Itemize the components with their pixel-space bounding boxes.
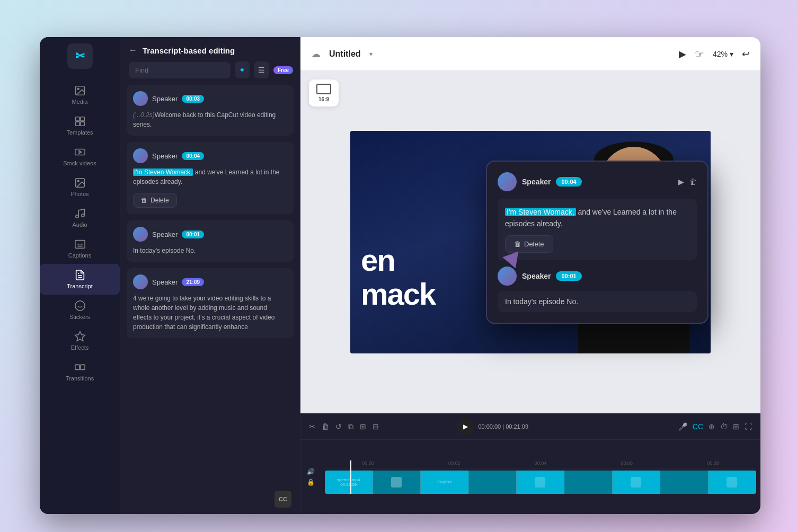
title-dropdown-chevron[interactable]: ▾ (369, 50, 373, 58)
sidebar-item-templates[interactable]: Templates (40, 110, 120, 141)
top-bar: ☁ Untitled ▾ ▶ ☞ 42% ▾ ↩ (300, 37, 760, 71)
svg-rect-3 (80, 117, 84, 121)
back-button[interactable]: ← (129, 46, 137, 55)
aspect-ratio-icon (316, 84, 331, 94)
timeline-copy-icon[interactable]: ⧉ (348, 422, 353, 431)
timer-icon[interactable]: ⏱ (720, 422, 728, 431)
timeline-time-display: 00:00:00 | 00:21:09 (478, 423, 528, 430)
speaker-avatar-3 (133, 227, 148, 242)
svg-rect-5 (80, 122, 84, 126)
popup-segment-2: Speaker 00:01 In today's episode No. (498, 267, 697, 312)
timeline-group-icon[interactable]: ⊟ (373, 422, 379, 431)
thumb-cell-8 (660, 471, 708, 494)
popup-time-badge-1: 00:04 (556, 177, 581, 187)
timeline-split-icon[interactable]: ⊞ (360, 422, 366, 431)
popup-trash-button[interactable]: 🗑 (689, 178, 697, 186)
popup-play-button[interactable]: ▶ (678, 178, 684, 186)
sidebar-item-stickers[interactable]: Stickers (40, 295, 120, 325)
segment-text-2: I'm Steven Womack, and we've Learned a l… (133, 167, 287, 187)
segment-text-1: (...0.2s)Welcome back to this CapCut vid… (133, 110, 287, 129)
sidebar-item-effects[interactable]: Effects (40, 325, 120, 356)
transcript-segment-4: Speaker 21:09 4 we're going to take your… (127, 268, 294, 338)
sidebar: ✂ Media Templates Stock videos Photos Au… (40, 37, 120, 514)
video-text-line1: en (361, 243, 435, 277)
svg-rect-4 (75, 122, 79, 126)
highlighted-text-2[interactable]: I'm Steven Womack, (133, 169, 193, 176)
search-input[interactable] (129, 62, 231, 78)
popup-time-badge-2: 00:01 (556, 271, 581, 281)
thumb-cell-7 (613, 471, 660, 494)
cursor-mode-button[interactable]: ☞ (695, 48, 704, 60)
video-track: speech.mp400:21:09 CapCut (325, 471, 756, 494)
thumb-cell-5 (517, 471, 564, 494)
top-bar-controls: ▶ ☞ 42% ▾ ↩ (679, 48, 750, 60)
popup-speaker-name-2: Speaker (522, 272, 551, 280)
transcript-segment-2: Speaker 00:04 I'm Steven Womack, and we'… (127, 142, 294, 214)
volume-icon[interactable]: 🔊 (307, 468, 318, 475)
svg-marker-17 (75, 332, 84, 341)
popup-highlighted-text[interactable]: I'm Steven Womack, (505, 208, 576, 216)
timeline-right-controls: 🎤 CC ⊕ ⏱ ⊞ ⛶ (678, 422, 752, 431)
free-badge: Free (273, 66, 293, 74)
zoom-control[interactable]: 42% ▾ (713, 50, 733, 58)
sidebar-item-media[interactable]: Media (40, 79, 120, 110)
sidebar-item-transitions[interactable]: Transitions (40, 356, 120, 387)
svg-point-8 (77, 180, 79, 182)
thumb-cell-2 (373, 471, 420, 494)
split-icon[interactable]: ⊞ (733, 422, 739, 431)
magic-button[interactable]: ✦ (235, 61, 250, 78)
speaker-name-3: Speaker (152, 230, 178, 238)
speaker-name-1: Speaker (152, 95, 178, 103)
timeline-loop-icon[interactable]: ↺ (335, 422, 342, 431)
caption-icon[interactable]: CC (693, 422, 703, 431)
delete-button-small[interactable]: 🗑 Delete (133, 193, 177, 208)
popup-text-content-2: In today's episode No. (505, 297, 578, 306)
sidebar-item-transcript[interactable]: Transcript (40, 264, 120, 295)
time-badge-3: 00:01 (182, 230, 204, 238)
speaker-avatar-4 (133, 274, 148, 289)
sidebar-item-captions[interactable]: Captions (40, 233, 120, 264)
app-window: ✂ Media Templates Stock videos Photos Au… (40, 37, 760, 514)
time-badge-1: 00:03 (182, 95, 204, 103)
segment-4-header: Speaker 21:09 (133, 274, 287, 289)
lock-icon[interactable]: 🔒 (307, 478, 318, 486)
preview-play-button[interactable]: ▶ (679, 48, 686, 60)
thumb-cell-6 (564, 471, 612, 494)
segment-text-3: In today's episode No. (133, 246, 287, 255)
svg-rect-6 (75, 149, 84, 155)
time-badge-4: 21:09 (182, 278, 204, 286)
svg-rect-18 (75, 365, 79, 369)
fullscreen-icon[interactable]: ⛶ (745, 422, 752, 431)
popup-speaker-name-1: Speaker (522, 178, 551, 186)
segment-1-header: Speaker 00:03 (133, 91, 287, 106)
timeline-track-controls: 🔊 🔒 (305, 466, 321, 488)
timeline-ruler: 00:00 00:02 00:04 00:06 00:08 (325, 460, 756, 468)
svg-rect-2 (75, 117, 79, 121)
mic-icon[interactable]: 🎤 (678, 422, 687, 431)
timeline-play-button[interactable]: ▶ (457, 418, 474, 435)
transcript-panel: ← Transcript-based editing ✦ ☰ Free Spea… (120, 37, 300, 514)
sidebar-item-photos[interactable]: Photos (40, 172, 120, 202)
aspect-ratio-label: 16:9 (318, 96, 329, 102)
video-text-overlay: en mack (361, 243, 435, 311)
floating-transcript-popup: Speaker 00:04 ▶ 🗑 I'm Steven Womack, and… (486, 161, 709, 324)
magnet-icon[interactable]: ⊕ (709, 422, 715, 431)
playhead[interactable] (350, 460, 351, 494)
list-button[interactable]: ☰ (254, 61, 269, 78)
sidebar-item-stock-videos[interactable]: Stock videos (40, 141, 120, 172)
timeline-delete-icon[interactable]: 🗑 (322, 422, 329, 431)
thumb-cell-9 (709, 471, 756, 494)
canvas-area: 16:9 en mack (300, 71, 760, 413)
sidebar-item-audio[interactable]: Audio (40, 202, 120, 233)
transcript-segment-3: Speaker 00:01 In today's episode No. (127, 220, 294, 262)
undo-button[interactable]: ↩ (742, 48, 750, 60)
svg-point-1 (77, 88, 79, 90)
captions-toggle[interactable]: CC (274, 491, 291, 508)
speaker-avatar-2 (133, 148, 148, 163)
popup-segment-2-header: Speaker 00:01 (498, 267, 697, 286)
timeline-cut-icon[interactable]: ✂ (309, 422, 315, 431)
thumb-cell-1: speech.mp400:21:09 (325, 471, 373, 494)
aspect-ratio-button[interactable]: 16:9 (309, 79, 339, 107)
popup-delete-button[interactable]: 🗑 Delete (505, 235, 553, 253)
popup-text-block-1: I'm Steven Womack, and we've Learned a l… (498, 199, 697, 260)
